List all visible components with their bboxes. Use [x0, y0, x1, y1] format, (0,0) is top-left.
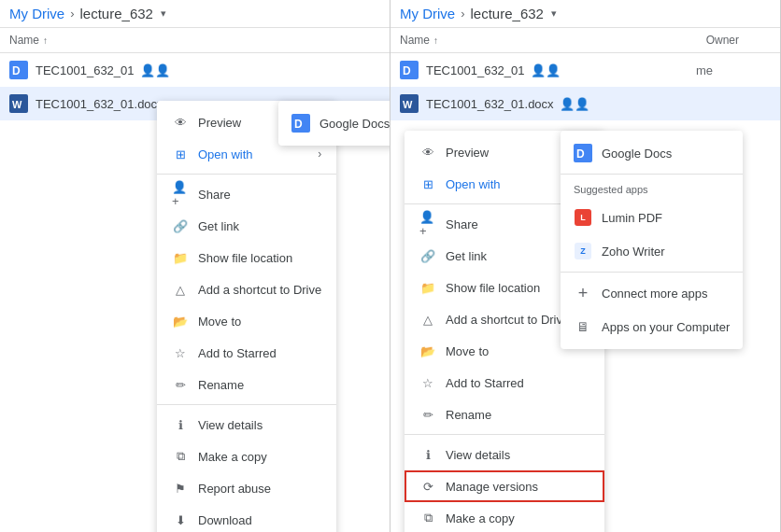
left-submenu-gdocs[interactable]: D Google Docs — [278, 106, 390, 140]
grid-icon: ⊞ — [172, 146, 189, 162]
right-submenu-connect-label: Connect more apps — [602, 287, 707, 301]
left-menu-show-location-label: Show file location — [198, 251, 321, 265]
lumin-pdf-icon: L — [574, 208, 592, 227]
right-person-plus-icon: 👤+ — [419, 216, 436, 232]
left-menu-starred[interactable]: ☆ Add to Starred — [157, 337, 336, 369]
right-submenu-connect[interactable]: + Connect more apps — [561, 276, 743, 310]
right-submenu-sep1 — [561, 174, 743, 175]
right-file2-shared-icon: 👤👤 — [560, 97, 589, 111]
left-panel: My Drive › lecture_632 ▾ Name ↑ D TEC100… — [0, 0, 390, 532]
left-menu-report-abuse[interactable]: ⚑ Report abuse — [157, 472, 336, 504]
right-menu-manage-versions[interactable]: ⟳ Manage versions — [405, 470, 604, 502]
versions-icon: ⟳ — [419, 478, 436, 495]
left-sort-arrow: ↑ — [43, 35, 48, 46]
right-grid-icon: ⊞ — [419, 175, 436, 192]
right-submenu-lumin[interactable]: L Lumin PDF — [561, 201, 743, 234]
left-menu-shortcut-label: Add a shortcut to Drive — [198, 283, 321, 297]
person-plus-icon: 👤+ — [172, 186, 189, 203]
copy-icon: ⧉ — [172, 448, 189, 465]
left-breadcrumb: My Drive › lecture_632 ▾ — [0, 0, 390, 28]
right-col-header: Name ↑ Owner — [390, 28, 780, 53]
left-my-drive-link[interactable]: My Drive — [9, 6, 64, 21]
zoho-writer-icon: Z — [574, 242, 592, 260]
right-menu-view-details-label: View details — [446, 448, 589, 462]
right-submenu-apps-computer[interactable]: 🖥 Apps on your Computer — [561, 310, 743, 343]
left-menu-download[interactable]: ⬇ Download — [157, 504, 336, 532]
right-submenu-zoho-label: Zoho Writer — [602, 245, 665, 259]
right-info-circle-icon: ℹ — [419, 446, 436, 463]
right-menu-rename[interactable]: ✏ Rename — [405, 399, 604, 430]
star-icon: ☆ — [172, 344, 189, 361]
left-menu-rename[interactable]: ✏ Rename — [157, 369, 336, 400]
eye-icon: 👁 — [172, 114, 189, 131]
left-menu-move-to[interactable]: 📂 Move to — [157, 305, 336, 337]
right-star-icon: ☆ — [419, 374, 436, 391]
flag-icon: ⚑ — [172, 480, 189, 497]
right-file1-icon: D — [400, 61, 419, 79]
right-folder-name: lecture_632 — [471, 6, 544, 21]
left-file2-icon: W — [9, 94, 28, 113]
left-menu-get-link[interactable]: 🔗 Get link — [157, 210, 336, 242]
right-menu-open-with-label: Open with — [446, 177, 576, 191]
link-icon: 🔗 — [172, 217, 189, 234]
right-submenu-gdocs-label: Google Docs — [602, 147, 672, 161]
right-menu-make-copy[interactable]: ⧉ Make a copy — [405, 502, 604, 532]
right-submenu-apps-computer-label: Apps on your Computer — [602, 320, 730, 334]
right-file-row-1[interactable]: D TEC1001_632_01 👤👤 me — [390, 53, 780, 87]
left-folder-name: lecture_632 — [80, 6, 153, 21]
left-menu-shortcut[interactable]: △ Add a shortcut to Drive — [157, 273, 336, 305]
info-icon: ℹ — [172, 416, 189, 433]
right-google-docs-icon: D — [574, 144, 592, 162]
right-file-list: D TEC1001_632_01 👤👤 me W TEC1001_632_01.… — [390, 53, 780, 120]
left-menu-make-copy[interactable]: ⧉ Make a copy — [157, 441, 336, 472]
left-menu-starred-label: Add to Starred — [198, 346, 321, 360]
svg-text:D: D — [576, 147, 585, 161]
left-file1-icon: D — [9, 61, 28, 79]
right-owner-col: Owner — [706, 34, 739, 47]
right-my-drive-link[interactable]: My Drive — [400, 6, 455, 21]
right-submenu: D Google Docs Suggested apps L Lumin PDF… — [561, 131, 743, 349]
right-panel: My Drive › lecture_632 ▾ Name ↑ Owner D … — [390, 0, 781, 532]
monitor-icon: 🖥 — [574, 317, 592, 336]
left-folder-dropdown[interactable]: ▾ — [161, 7, 166, 20]
right-submenu-suggested-header: Suggested apps — [561, 178, 743, 201]
left-sep1 — [157, 174, 336, 175]
plus-icon: + — [574, 284, 592, 302]
left-breadcrumb-chevron: › — [70, 7, 74, 21]
left-name-col[interactable]: Name — [9, 34, 39, 47]
left-file-row-1[interactable]: D TEC1001_632_01 👤👤 — [0, 53, 390, 87]
left-menu-view-details[interactable]: ℹ View details — [157, 409, 336, 441]
right-menu-manage-versions-label: Manage versions — [446, 480, 589, 494]
right-file1-shared-icon: 👤👤 — [531, 63, 561, 77]
left-menu-share[interactable]: 👤+ Share — [157, 178, 336, 210]
right-file2-icon: W — [400, 94, 419, 113]
left-submenu-gdocs-label: Google Docs — [320, 117, 390, 131]
right-folder-dropdown[interactable]: ▾ — [551, 7, 557, 20]
google-docs-icon: D — [291, 114, 310, 133]
left-menu-show-location[interactable]: 📁 Show file location — [157, 242, 336, 273]
folder-icon: 📁 — [172, 249, 189, 266]
svg-text:W: W — [12, 99, 22, 110]
right-eye-icon: 👁 — [419, 144, 436, 161]
pencil-icon: ✏ — [172, 376, 189, 393]
right-submenu-gdocs[interactable]: D Google Docs — [561, 136, 743, 170]
left-menu-view-details-label: View details — [198, 418, 321, 432]
left-menu-get-link-label: Get link — [198, 219, 321, 233]
right-breadcrumb: My Drive › lecture_632 ▾ — [390, 0, 780, 28]
svg-text:D: D — [403, 64, 411, 77]
left-menu-open-with-label: Open with — [198, 147, 308, 161]
right-name-col[interactable]: Name — [400, 34, 430, 47]
left-col-header: Name ↑ — [0, 28, 390, 53]
right-file1-name: TEC1001_632_01 👤👤 — [426, 63, 689, 77]
right-menu-starred[interactable]: ☆ Add to Starred — [405, 367, 604, 399]
right-drive-icon: △ — [419, 311, 436, 328]
right-menu-view-details[interactable]: ℹ View details — [405, 439, 604, 470]
folder-open-icon: 📂 — [172, 313, 189, 329]
right-sep2 — [405, 434, 604, 435]
svg-text:D: D — [12, 64, 21, 77]
left-menu-rename-label: Rename — [198, 378, 321, 392]
right-file-row-2[interactable]: W TEC1001_632_01.docx 👤👤 — [390, 87, 780, 120]
right-submenu-zoho[interactable]: Z Zoho Writer — [561, 234, 743, 268]
left-submenu: D Google Docs — [278, 101, 390, 146]
right-submenu-sep2 — [561, 272, 743, 273]
